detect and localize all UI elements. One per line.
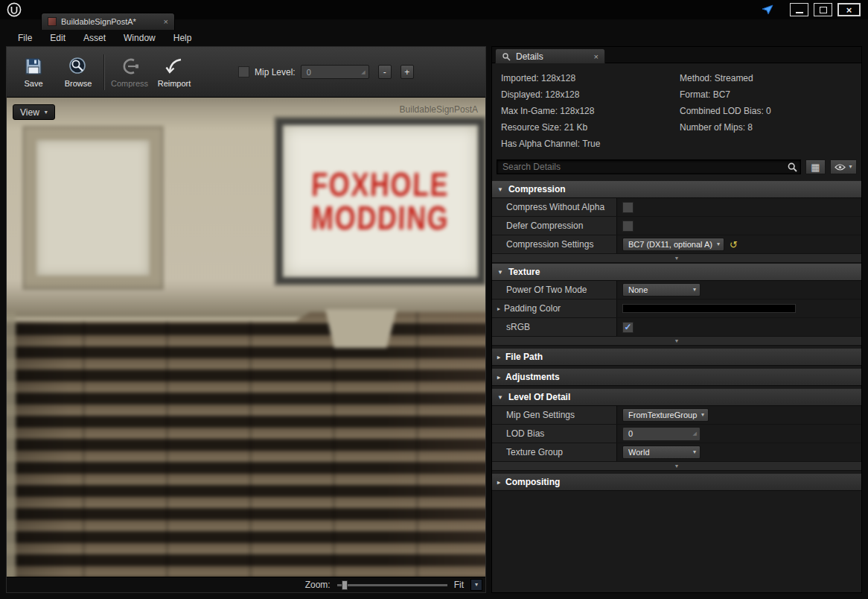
- menu-file[interactable]: File: [9, 33, 41, 43]
- reset-to-default-icon[interactable]: ↺: [730, 240, 738, 250]
- category-compositing[interactable]: ▸ Compositing: [492, 473, 861, 491]
- mip-level-increase-button[interactable]: +: [401, 65, 414, 79]
- details-close-icon[interactable]: ×: [594, 52, 599, 61]
- expand-arrow-icon: ▸: [497, 354, 500, 361]
- details-tab-row: Details ×: [492, 47, 861, 63]
- property-value: [617, 198, 861, 216]
- menu-help[interactable]: Help: [165, 33, 201, 43]
- details-tab-label: Details: [516, 51, 543, 62]
- property-value: [617, 300, 861, 317]
- browse-icon: [68, 56, 89, 77]
- compression-settings-dropdown[interactable]: BC7 (DX11, optional A) ▾: [622, 238, 724, 251]
- texture-group-value: World: [628, 448, 693, 457]
- property-row-lod-bias: LOD Bias 0 ◢: [492, 425, 861, 443]
- mip-level-group: Mip Level: 0 ◢ - +: [238, 65, 414, 79]
- property-row-padding-color: ▸ Padding Color: [492, 300, 861, 318]
- expander-icon: ▼: [674, 463, 680, 469]
- property-value: 0 ◢: [617, 425, 861, 443]
- power-of-two-mode-dropdown[interactable]: None ▾: [622, 283, 701, 297]
- defer-compression-checkbox[interactable]: [622, 221, 634, 232]
- texture-info-summary: Imported: 128x128 Displayed: 128x128 Max…: [492, 63, 861, 155]
- save-icon: [23, 56, 44, 77]
- info-format: Format: BC7: [680, 86, 852, 103]
- property-row-texture-group: Texture Group World ▾: [492, 443, 861, 462]
- search-input[interactable]: [497, 159, 801, 174]
- toolbar: Save Browse Compress: [7, 47, 485, 98]
- view-dropdown-button[interactable]: View ▾: [13, 104, 55, 120]
- info-max-in-game: Max In-Game: 128x128: [501, 103, 680, 119]
- category-file-path[interactable]: ▸ File Path: [492, 348, 861, 366]
- category-adjustments[interactable]: ▸ Adjustments: [492, 368, 861, 386]
- maximize-button[interactable]: [814, 3, 832, 16]
- unreal-texture-editor-window: BuildableSignPostA* × × File Edit Asset …: [0, 0, 868, 599]
- mip-gen-settings-dropdown[interactable]: FromTextureGroup ▾: [622, 408, 709, 422]
- mip-level-decrease-button[interactable]: -: [378, 65, 392, 79]
- details-tab[interactable]: Details ×: [495, 48, 605, 63]
- info-column-right: Method: Streamed Format: BC7 Combined LO…: [680, 70, 852, 152]
- tab-close-icon[interactable]: ×: [164, 17, 168, 26]
- property-label-group[interactable]: ▸ Padding Color: [492, 300, 617, 317]
- category-title: Compression: [508, 184, 566, 194]
- zoom-slider[interactable]: [337, 584, 447, 586]
- search-box: [497, 159, 801, 174]
- zoom-slider-handle[interactable]: [342, 580, 348, 590]
- display-filter-button[interactable]: ▾: [830, 159, 857, 174]
- property-label: sRGB: [492, 318, 617, 336]
- reimport-icon: [164, 56, 185, 77]
- maximize-icon: [820, 7, 827, 13]
- close-button[interactable]: ×: [837, 3, 861, 16]
- advanced-expander-lod[interactable]: ▼: [492, 462, 861, 471]
- mip-level-spinner[interactable]: 0 ◢: [301, 65, 369, 79]
- category-level-of-detail[interactable]: ▼ Level Of Detail: [492, 388, 861, 406]
- fit-dropdown[interactable]: ▾: [470, 579, 482, 591]
- menu-window[interactable]: Window: [115, 33, 165, 43]
- expander-icon: ▼: [674, 256, 680, 261]
- compress-without-alpha-checkbox[interactable]: [622, 202, 634, 213]
- spinner-drag-icon: ◢: [693, 431, 697, 437]
- advanced-expander-texture[interactable]: ▼: [492, 337, 861, 346]
- power-of-two-mode-value: None: [628, 285, 693, 294]
- browse-button[interactable]: Browse: [56, 49, 100, 95]
- lod-bias-value: 0: [628, 429, 633, 438]
- property-label: Defer Compression: [492, 217, 617, 235]
- category-title: Compositing: [505, 477, 560, 487]
- chevron-down-icon: ▾: [45, 110, 48, 115]
- category-compression[interactable]: ▼ Compression: [492, 180, 861, 198]
- sign-text-line2: MODDING: [311, 201, 450, 235]
- reimport-button[interactable]: Reimport: [152, 49, 197, 95]
- padding-color-swatch[interactable]: [622, 304, 796, 313]
- advanced-expander-compression[interactable]: ▼: [492, 254, 861, 263]
- property-label: Compression Settings: [492, 235, 617, 253]
- property-row-compression-settings: Compression Settings BC7 (DX11, optional…: [492, 235, 861, 254]
- property-value: None ▾: [617, 281, 861, 299]
- texture-left-frame: [25, 129, 161, 287]
- menu-asset[interactable]: Asset: [74, 33, 115, 43]
- property-value: FromTextureGroup ▾: [617, 406, 861, 424]
- minimize-icon: [796, 12, 803, 13]
- compress-icon: [119, 56, 140, 77]
- texture-viewport[interactable]: FOXHOLE MODDING View ▾ BuildableSignPost…: [7, 98, 485, 578]
- property-value: World ▾: [617, 443, 861, 461]
- titlebar: BuildableSignPostA* × ×: [0, 0, 868, 19]
- property-matrix-button[interactable]: ▦: [805, 159, 826, 174]
- details-tab-icon: [502, 52, 511, 61]
- ue-badge-icon[interactable]: [761, 4, 774, 16]
- unreal-logo-icon: [7, 2, 22, 17]
- category-texture[interactable]: ▼ Texture: [492, 263, 861, 281]
- compress-button[interactable]: Compress: [107, 49, 152, 95]
- asset-tab[interactable]: BuildableSignPostA* ×: [41, 13, 175, 30]
- srgb-checkbox[interactable]: ✓: [622, 322, 634, 333]
- compress-label: Compress: [111, 79, 148, 88]
- property-label: Mip Gen Settings: [492, 406, 617, 424]
- menu-edit[interactable]: Edit: [41, 33, 74, 43]
- property-row-defer-compression: Defer Compression: [492, 217, 861, 235]
- minimize-button[interactable]: [790, 3, 808, 16]
- lod-bias-spinner[interactable]: 0 ◢: [622, 427, 701, 441]
- save-button[interactable]: Save: [11, 49, 56, 95]
- asset-name-watermark: BuildableSignPostA: [400, 104, 478, 115]
- texture-group-dropdown[interactable]: World ▾: [622, 446, 701, 459]
- category-title: Adjustments: [505, 372, 560, 382]
- mip-level-checkbox[interactable]: [238, 66, 249, 77]
- spinner-drag-icon: ◢: [361, 69, 365, 75]
- expander-icon: ▼: [674, 338, 680, 343]
